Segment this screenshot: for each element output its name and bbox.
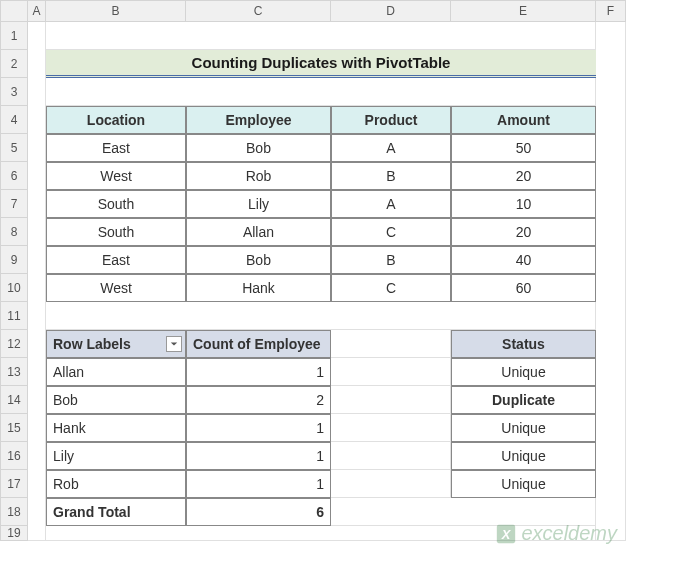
empty-row[interactable] xyxy=(46,78,596,106)
table-header-product[interactable]: Product xyxy=(331,106,451,134)
row-header-3[interactable]: 3 xyxy=(0,78,28,106)
col-header-D[interactable]: D xyxy=(331,0,451,22)
table-header-employee[interactable]: Employee xyxy=(186,106,331,134)
row-header-1[interactable]: 1 xyxy=(0,22,28,50)
pivot-count-value[interactable]: 2 xyxy=(186,386,331,414)
dropdown-icon[interactable] xyxy=(166,336,182,352)
table-header-location[interactable]: Location xyxy=(46,106,186,134)
col-header-E[interactable]: E xyxy=(451,0,596,22)
col-header-B[interactable]: B xyxy=(46,0,186,22)
empty-cell[interactable] xyxy=(331,470,451,498)
pivot-count-value[interactable]: 1 xyxy=(186,358,331,386)
status-value[interactable]: Unique xyxy=(451,414,596,442)
table-cell[interactable]: 50 xyxy=(451,134,596,162)
col-header-C[interactable]: C xyxy=(186,0,331,22)
table-cell[interactable]: West xyxy=(46,162,186,190)
pivot-count-value[interactable]: 1 xyxy=(186,442,331,470)
status-value-duplicate[interactable]: Duplicate xyxy=(451,386,596,414)
row-header-8[interactable]: 8 xyxy=(0,218,28,246)
pivot-row-label[interactable]: Hank xyxy=(46,414,186,442)
row-header-7[interactable]: 7 xyxy=(0,190,28,218)
table-cell[interactable]: 20 xyxy=(451,162,596,190)
table-cell[interactable]: Allan xyxy=(186,218,331,246)
table-cell[interactable]: C xyxy=(331,218,451,246)
table-cell[interactable]: Rob xyxy=(186,162,331,190)
table-cell[interactable]: 40 xyxy=(451,246,596,274)
table-cell[interactable]: Bob xyxy=(186,246,331,274)
row-header-10[interactable]: 10 xyxy=(0,274,28,302)
table-cell[interactable]: Lily xyxy=(186,190,331,218)
excel-icon: X xyxy=(495,523,517,545)
row-header-13[interactable]: 13 xyxy=(0,358,28,386)
table-header-amount[interactable]: Amount xyxy=(451,106,596,134)
row-header-9[interactable]: 9 xyxy=(0,246,28,274)
table-cell[interactable]: 60 xyxy=(451,274,596,302)
table-cell[interactable]: C xyxy=(331,274,451,302)
table-cell[interactable]: 20 xyxy=(451,218,596,246)
table-cell[interactable]: B xyxy=(331,246,451,274)
row-header-14[interactable]: 14 xyxy=(0,386,28,414)
pivot-count-value[interactable]: 1 xyxy=(186,470,331,498)
watermark-text: exceldemy xyxy=(521,522,617,545)
row-header-4[interactable]: 4 xyxy=(0,106,28,134)
empty-cell[interactable] xyxy=(331,358,451,386)
pivot-row-labels-text: Row Labels xyxy=(53,336,131,352)
row-header-15[interactable]: 15 xyxy=(0,414,28,442)
col-header-F[interactable]: F xyxy=(596,0,626,22)
spreadsheet-grid: A B C D E F 1 2 3 4 5 6 7 8 9 10 11 12 1… xyxy=(0,0,677,541)
empty-cell[interactable] xyxy=(331,330,451,358)
pivot-grand-total-value[interactable]: 6 xyxy=(186,498,331,526)
col-f-cells[interactable] xyxy=(596,22,626,541)
empty-row[interactable] xyxy=(46,302,596,330)
table-cell[interactable]: South xyxy=(46,190,186,218)
table-cell[interactable]: 10 xyxy=(451,190,596,218)
table-cell[interactable]: South xyxy=(46,218,186,246)
table-cell[interactable]: Bob xyxy=(186,134,331,162)
empty-row[interactable] xyxy=(46,22,596,50)
row-header-12[interactable]: 12 xyxy=(0,330,28,358)
pivot-row-label[interactable]: Rob xyxy=(46,470,186,498)
status-value[interactable]: Unique xyxy=(451,470,596,498)
table-cell[interactable]: A xyxy=(331,190,451,218)
row-header-19[interactable]: 19 xyxy=(0,526,28,541)
pivot-row-labels-header[interactable]: Row Labels xyxy=(46,330,186,358)
row-header-17[interactable]: 17 xyxy=(0,470,28,498)
table-cell[interactable]: A xyxy=(331,134,451,162)
col-header-A[interactable]: A xyxy=(28,0,46,22)
pivot-row-label[interactable]: Lily xyxy=(46,442,186,470)
row-header-11[interactable]: 11 xyxy=(0,302,28,330)
select-all-corner[interactable] xyxy=(0,0,28,22)
table-cell[interactable]: Hank xyxy=(186,274,331,302)
table-cell[interactable]: West xyxy=(46,274,186,302)
row-header-2[interactable]: 2 xyxy=(0,50,28,78)
pivot-count-header[interactable]: Count of Employee xyxy=(186,330,331,358)
status-value[interactable]: Unique xyxy=(451,442,596,470)
page-title: Counting Duplicates with PivotTable xyxy=(46,50,596,78)
table-cell[interactable]: East xyxy=(46,246,186,274)
empty-cell[interactable] xyxy=(331,414,451,442)
pivot-row-label[interactable]: Bob xyxy=(46,386,186,414)
row-header-5[interactable]: 5 xyxy=(0,134,28,162)
empty-cell[interactable] xyxy=(331,386,451,414)
table-cell[interactable]: B xyxy=(331,162,451,190)
col-a-cells[interactable] xyxy=(28,22,46,541)
pivot-grand-total-label[interactable]: Grand Total xyxy=(46,498,186,526)
empty-cell[interactable] xyxy=(331,442,451,470)
row-header-16[interactable]: 16 xyxy=(0,442,28,470)
pivot-row-label[interactable]: Allan xyxy=(46,358,186,386)
status-header[interactable]: Status xyxy=(451,330,596,358)
row-header-18[interactable]: 18 xyxy=(0,498,28,526)
status-value[interactable]: Unique xyxy=(451,358,596,386)
watermark-logo: X exceldemy xyxy=(495,522,617,545)
svg-text:X: X xyxy=(501,526,512,541)
table-cell[interactable]: East xyxy=(46,134,186,162)
pivot-count-value[interactable]: 1 xyxy=(186,414,331,442)
row-header-6[interactable]: 6 xyxy=(0,162,28,190)
